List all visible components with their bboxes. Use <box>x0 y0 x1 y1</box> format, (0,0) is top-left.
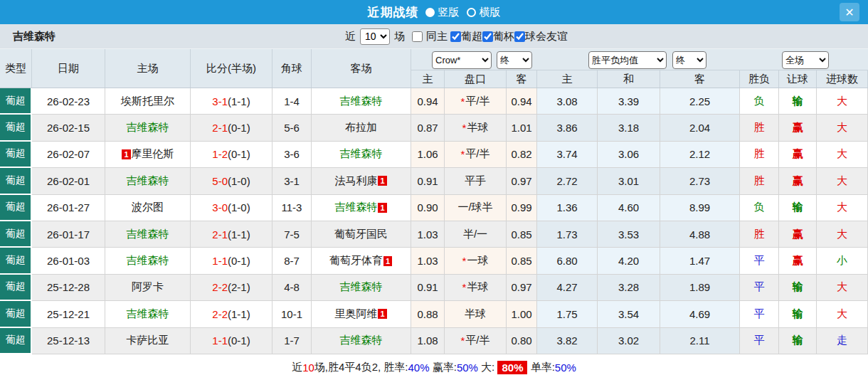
full-time-score: 1-1 <box>212 255 228 267</box>
score: 2-1(0-1) <box>191 115 272 141</box>
table-row[interactable]: 葡超 26-02-15 吉维森特 2-1(0-1) 5-6 布拉加 0.87 *… <box>0 115 868 141</box>
avg-odds-away: 4.88 <box>660 221 740 248</box>
radio-horizontal-icon[interactable] <box>467 8 476 17</box>
corner-score: 3-1 <box>272 168 312 194</box>
home-team: 吉维森特 <box>105 168 191 194</box>
panel-title: 近期战绩 <box>368 4 419 21</box>
team-name: 葡萄牙国民 <box>334 228 388 241</box>
checkbox-pt-league[interactable]: 葡超 <box>450 30 482 43</box>
full-time-score: 1-2 <box>212 148 228 160</box>
checkbox-pt-cup-input[interactable] <box>482 31 493 42</box>
checkbox-pt-cup-label: 葡杯 <box>493 30 514 43</box>
avg-odds-away: 2.11 <box>660 328 740 354</box>
league-type: 葡超 <box>0 328 32 354</box>
odds-time-select-2[interactable]: 终 <box>672 51 706 69</box>
avg-odds-select[interactable]: 胜平负均值 <box>588 51 667 69</box>
table-row[interactable]: 葡超 26-02-07 1摩里伦斯 1-2(0-1) 3-6 吉维森特 1.06… <box>0 142 868 168</box>
radio-vertical-icon[interactable] <box>425 8 435 17</box>
corner-score: 1-7 <box>272 328 312 354</box>
away-team: 里奥阿维1 <box>312 301 411 327</box>
handicap: 平手 <box>445 168 507 194</box>
score: 2-2(1-1) <box>191 301 272 327</box>
result-handicap: 输 <box>779 275 817 301</box>
table-row[interactable]: 葡超 26-01-03 吉维森特 1-1(0-1) 8-7 葡萄牙体育1 1.0… <box>0 248 868 274</box>
match-date: 26-02-23 <box>32 88 105 115</box>
checkbox-club-friendly[interactable]: 球会友谊 <box>514 30 568 43</box>
result-handicap: 赢 <box>779 248 817 274</box>
odds-home: 1.08 <box>411 328 445 354</box>
league-type: 葡超 <box>0 115 32 141</box>
checkbox-club-friendly-input[interactable] <box>514 31 525 42</box>
match-date: 26-02-07 <box>32 142 105 168</box>
corner-score: 7-5 <box>272 221 312 248</box>
odds-home: 0.94 <box>411 88 445 115</box>
avg-odds-draw: 3.53 <box>598 221 660 248</box>
checkbox-same-home-label: 同主 <box>426 30 448 43</box>
handicap-text: 半球 <box>465 307 486 321</box>
table-row[interactable]: 葡超 25-12-13 卡萨比亚 1-1(0-1) 1-7 吉维森特 1.08 … <box>0 328 868 354</box>
table-row[interactable]: 葡超 26-01-27 波尔图 3-0(1-0) 11-3 吉维森特1 0.90… <box>0 195 868 221</box>
odds-home: 0.91 <box>411 275 445 301</box>
table-row[interactable]: 葡超 25-12-21 吉维森特 2-2(1-1) 10-1 里奥阿维1 0.8… <box>0 301 868 327</box>
radio-horizontal-label: 横版 <box>480 6 501 19</box>
result-wdl: 平 <box>740 275 779 301</box>
big-rate-badge: 80% <box>497 361 527 374</box>
result-goals: 大 <box>817 195 868 221</box>
corner-score: 4-8 <box>272 275 312 301</box>
team-name: 吉维森特 <box>340 147 383 161</box>
result-handicap: 赢 <box>779 142 817 168</box>
result-goals: 大 <box>817 115 868 141</box>
score: 1-1(0-1) <box>191 328 272 354</box>
handicap-text: 半球 <box>467 280 488 294</box>
avg-odds-draw: 3.02 <box>598 328 660 354</box>
handicap: 半/一 <box>445 221 507 248</box>
table-row[interactable]: 葡超 26-02-23 埃斯托里尔 3-1(1-1) 1-4 吉维森特 0.94… <box>0 88 868 115</box>
checkbox-pt-league-input[interactable] <box>450 31 461 42</box>
table-row[interactable]: 葡超 26-02-01 吉维森特 5-0(1-0) 3-1 法马利康1 0.91… <box>0 168 868 194</box>
title-bar: 近期战绩 竖版横版 ✕ <box>0 0 868 24</box>
bookmaker-select[interactable]: Crow* <box>432 51 492 69</box>
scope-select[interactable]: 全场 <box>782 51 829 69</box>
header-home: 主场 <box>105 49 191 88</box>
matches-count-select[interactable]: 10 <box>360 28 390 45</box>
avg-odds-draw: 3.28 <box>598 275 660 301</box>
close-button[interactable]: ✕ <box>840 3 859 21</box>
home-team: 吉维森特 <box>105 301 191 327</box>
checkbox-pt-cup[interactable]: 葡杯 <box>482 30 514 43</box>
handicap-star-icon: * <box>460 148 465 160</box>
score: 3-0(1-0) <box>191 195 272 221</box>
avg-odds-home: 2.72 <box>537 168 598 194</box>
summary-text: 50% <box>457 361 478 374</box>
red-card-badge: 1 <box>378 203 386 213</box>
league-type: 葡超 <box>0 88 32 115</box>
match-date: 25-12-28 <box>32 275 105 301</box>
team-name: 阿罗卡 <box>132 280 164 294</box>
handicap-text: 一球 <box>467 254 488 268</box>
score: 2-1(1-1) <box>191 221 272 248</box>
odds-time-select-1[interactable]: 终 <box>497 51 532 69</box>
table-row[interactable]: 葡超 26-01-17 吉维森特 2-1(1-1) 7-5 葡萄牙国民 1.03… <box>0 221 868 248</box>
team-name: 卡萨比亚 <box>127 334 169 347</box>
handicap-text: 平/半 <box>465 334 489 347</box>
radio-vertical-layout[interactable]: 竖版 <box>425 6 460 19</box>
half-time-score: (0-1) <box>228 122 250 134</box>
half-time-score: (1-1) <box>228 308 250 320</box>
radio-horizontal-layout[interactable]: 横版 <box>467 6 501 19</box>
full-time-score: 1-1 <box>212 334 228 347</box>
result-handicap: 输 <box>779 195 817 221</box>
avg-odds-home: 6.80 <box>537 248 598 274</box>
avg-odds-draw: 3.01 <box>598 168 660 194</box>
header-avg-away: 客 <box>660 70 740 88</box>
team-name: 吉维森特 <box>340 334 383 347</box>
odds-away: 0.80 <box>507 328 537 354</box>
table-row[interactable]: 葡超 25-12-28 阿罗卡 2-2(2-1) 4-8 吉维森特 0.91 *… <box>0 275 868 301</box>
checkbox-same-home-input[interactable] <box>412 31 423 42</box>
team-name: 吉维森特 <box>127 307 169 321</box>
avg-odds-home: 3.82 <box>537 328 598 354</box>
checkbox-same-home[interactable]: 同主 <box>411 30 448 43</box>
odds-home: 0.88 <box>411 301 445 327</box>
corner-score: 3-6 <box>272 142 312 168</box>
handicap: *平/半 <box>445 328 507 354</box>
handicap-star-icon: * <box>460 95 465 107</box>
match-date: 25-12-13 <box>32 328 105 354</box>
